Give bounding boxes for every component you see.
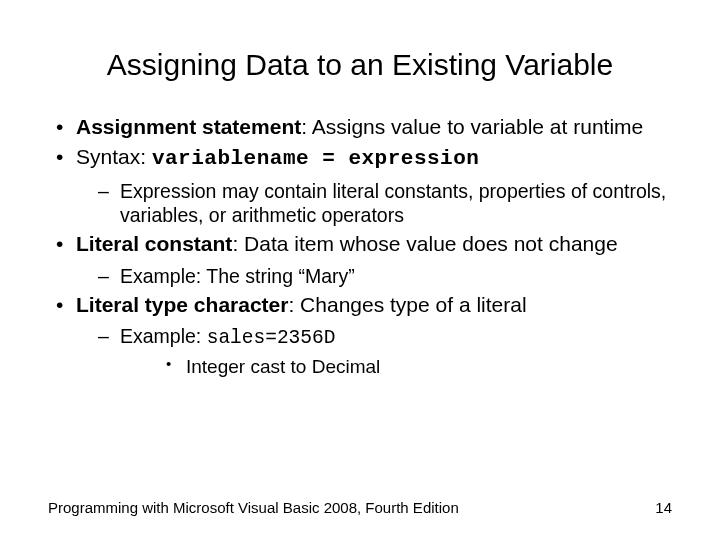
footer: Programming with Microsoft Visual Basic … bbox=[48, 499, 672, 516]
term: Assignment statement bbox=[76, 115, 301, 138]
example-code: sales=2356D bbox=[207, 327, 336, 349]
bullet-literal-type-char: Literal type character: Changes type of … bbox=[48, 292, 672, 378]
term: Literal constant bbox=[76, 232, 232, 255]
bullet-list: Assignment statement: Assigns value to v… bbox=[48, 114, 672, 378]
example-prefix: Example: bbox=[120, 325, 207, 347]
term: Literal type character bbox=[76, 293, 288, 316]
syntax-code: variablename = expression bbox=[152, 147, 480, 170]
syntax-prefix: Syntax: bbox=[76, 145, 152, 168]
bullet-syntax: Syntax: variablename = expression Expres… bbox=[48, 144, 672, 227]
bullet-assignment-statement: Assignment statement: Assigns value to v… bbox=[48, 114, 672, 140]
bullet-literal-constant: Literal constant: Data item whose value … bbox=[48, 231, 672, 288]
footer-book: Programming with Microsoft Visual Basic … bbox=[48, 499, 459, 516]
term-desc: : Data item whose value does not change bbox=[232, 232, 617, 255]
sub-expression-note: Expression may contain literal constants… bbox=[76, 179, 672, 228]
sub-integer-cast: Integer cast to Decimal bbox=[120, 355, 672, 379]
term-desc: : Assigns value to variable at runtime bbox=[301, 115, 643, 138]
slide-title: Assigning Data to an Existing Variable bbox=[48, 48, 672, 82]
sub-literal-example: Example: The string “Mary” bbox=[76, 264, 672, 288]
footer-page-number: 14 bbox=[655, 499, 672, 516]
term-desc: : Changes type of a literal bbox=[288, 293, 526, 316]
sub-type-char-example: Example: sales=2356D Integer cast to Dec… bbox=[76, 324, 672, 378]
